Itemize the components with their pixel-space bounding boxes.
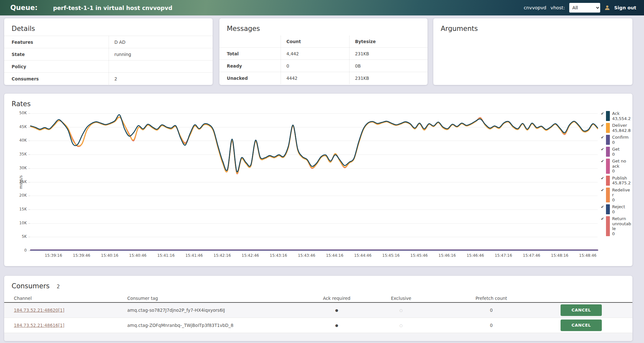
details-value: D AD [109,36,213,48]
legend-label: Return unroutable0 [612,216,631,236]
x-tick-label: 15:43:16 [270,253,287,258]
legend-label: Ack43,554.2 [612,111,631,121]
channel-link[interactable]: 184.73.52.21:48616[1] [14,323,64,328]
legend-checkmark-icon[interactable]: ✔ [601,204,606,214]
x-tick-label: 15:48:16 [551,253,568,258]
legend-series-value: 45,875.2 [612,181,631,186]
messages-count-value: 4,442 [281,48,349,60]
legend-color-swatch [606,135,610,145]
signout-link[interactable]: Sign out [614,5,636,10]
legend-checkmark-icon[interactable]: ✔ [601,176,606,186]
y-tick-label: 15K [9,207,27,211]
messages-header-count: Count [281,36,349,47]
legend-label: Get0 [612,147,631,157]
consumers-next-row-clipped [4,333,632,341]
series-ack [31,115,598,172]
vhost-select[interactable]: All [569,3,600,13]
legend-color-swatch [606,123,610,133]
details-label: Policy [4,64,109,69]
legend-checkmark-icon[interactable]: ✔ [601,123,606,133]
details-row-state: State running [4,48,213,60]
channel-link[interactable]: 184.73.52.21:48620[1] [14,308,64,313]
messages-row-label: Ready [219,63,281,69]
messages-row-total: Total 4,442 231KB [219,47,428,60]
legend-entry-confirm[interactable]: ✔Confirm0 [601,135,631,145]
consumer-row: 184.73.52.21:48616[1] amq.ctag-ZOFqMnran… [4,318,632,333]
topbar: Queue: perf-test-1-1 in virtual host cnv… [0,0,644,15]
messages-header-bytesize: Bytesize [349,36,428,47]
details-heading: Details [4,18,213,32]
legend-entry-deliver[interactable]: ✔Deliver45,842.8 [601,123,631,133]
y-tick-mark [28,154,30,155]
topbar-title-group: Queue: perf-test-1-1 in virtual host cnv… [10,4,172,12]
legend-label: Publish45,875.2 [612,176,631,186]
messages-bytesize-value: 231KB [349,48,428,60]
x-tick-label: 15:44:46 [354,253,371,258]
legend-color-swatch [606,188,610,203]
y-tick-mark [28,223,30,224]
y-tick-label: 5K [9,234,27,239]
legend-color-swatch [606,176,610,186]
legend-label: Redeliver0 [612,188,631,203]
legend-series-name: Return unroutable [612,216,631,231]
x-tick-label: 15:45:46 [410,253,428,258]
legend-checkmark-icon[interactable]: ✔ [601,147,606,157]
legend-checkmark-icon[interactable]: ✔ [601,135,606,145]
details-label: Features [4,40,109,45]
user-icon [604,5,610,11]
legend-checkmark-icon[interactable]: ✔ [601,188,606,203]
messages-row-label: Total [219,51,281,56]
x-tick-label: 15:43:46 [298,253,315,258]
y-tick-mark [28,168,30,169]
legend-entry-get[interactable]: ✔Get0 [601,147,631,157]
legend-checkmark-icon[interactable]: ✔ [601,159,606,174]
y-tick-mark [28,127,30,127]
details-row-features: Features D AD [4,36,213,48]
consumers-panel: Consumers 2 Channel Consumer tag Ack req… [4,276,632,341]
legend-series-name: Confirm [612,135,631,140]
y-tick-mark [28,209,30,210]
details-row-consumers: Consumers 2 [4,72,213,85]
messages-panel: Messages Count Bytesize Total 4,442 231K… [219,18,428,85]
x-tick-label: 15:48:46 [579,253,597,258]
rates-heading: Rates [4,94,632,108]
details-value: running [109,48,213,60]
legend-entry-get-no-ack[interactable]: ✔Get no ack0 [601,159,631,174]
legend-checkmark-icon[interactable]: ✔ [601,216,606,236]
x-tick-label: 15:40:16 [101,253,119,258]
messages-heading: Messages [219,18,428,32]
legend-series-name: Reject [612,204,631,209]
messages-row-unacked: Unacked 4442 231KB [219,72,428,84]
y-tick-mark [28,251,30,251]
legend-entry-return-unroutable[interactable]: ✔Return unroutable0 [601,216,631,236]
details-label: Consumers [4,76,109,81]
messages-row-label: Unacked [219,76,281,81]
cancel-consumer-button[interactable]: CANCEL [561,304,602,316]
gridline [31,251,598,251]
legend-entry-redeliver[interactable]: ✔Redeliver0 [601,188,631,203]
x-tick-label: 15:39:16 [45,253,62,258]
consumers-table-header: Channel Consumer tag Ack required Exclus… [4,294,632,303]
arguments-panel: Arguments [433,18,632,85]
details-value: 2 [109,73,213,85]
legend-entry-publish[interactable]: ✔Publish45,875.2 [601,176,631,186]
queue-page: Queue: perf-test-1-1 in virtual host cnv… [0,0,644,343]
messages-bytesize-value: 0B [349,60,428,72]
x-tick-label: 15:47:46 [523,253,540,258]
page-type-label: Queue: [10,4,38,12]
y-tick-label: 50K [9,111,27,115]
consumer-tag: amq.ctag-so7827J7djno2P_fy7-HX4iqxyors6I… [127,308,309,313]
legend-series-value: 0 [612,231,631,236]
rates-panel: Rates msgs/s 05K10K15K20K25K30K35K40K45K… [4,94,632,266]
legend-entry-ack[interactable]: ✔Ack43,554.2 [601,111,631,121]
x-tick-label: 15:41:46 [185,253,203,258]
legend-entry-reject[interactable]: ✔Reject0 [601,204,631,214]
y-tick-mark [28,237,30,237]
messages-bytesize-value: 231KB [349,72,428,84]
x-tick-label: 15:44:16 [326,253,343,258]
legend-checkmark-icon[interactable]: ✔ [601,111,606,121]
prefetch-count-value: 0 [438,323,544,328]
rates-chart [31,113,598,251]
prefetch-count-value: 0 [438,308,544,313]
cancel-consumer-button[interactable]: CANCEL [561,320,602,331]
